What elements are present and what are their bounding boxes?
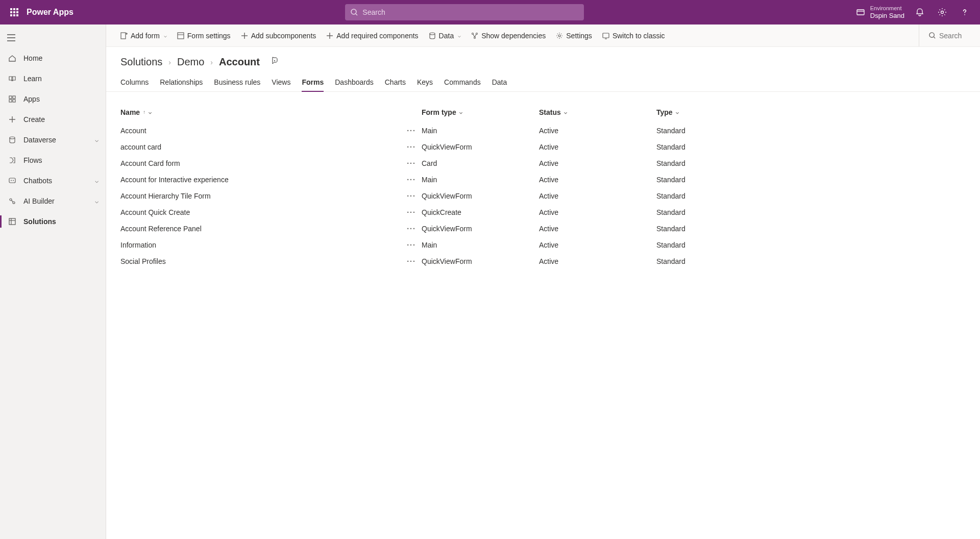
svg-line-1 [356,14,357,15]
tab-columns[interactable]: Columns [120,75,149,91]
tab-views[interactable]: Views [272,75,290,91]
row-actions-button[interactable]: ··· [401,159,422,167]
row-actions-button[interactable]: ··· [401,241,422,249]
tab-commands[interactable]: Commands [444,75,481,91]
column-header-name[interactable]: Name ↑ ⌵ [120,108,422,116]
classic-icon [602,32,609,39]
waffle-menu[interactable] [4,0,24,24]
settings-button[interactable] [931,0,953,24]
cell-type: Standard [656,192,966,200]
table-row[interactable]: Information···MainActiveStandard [120,237,966,253]
show-dependencies-button[interactable]: Show dependencies [467,28,550,44]
add-form-button[interactable]: Add form ⌵ [116,28,171,44]
chevron-down-icon: ⌵ [95,136,99,143]
table-row[interactable]: Account Quick Create···QuickCreateActive… [120,204,966,220]
breadcrumb-demo[interactable]: Demo [177,56,204,68]
svg-line-20 [12,201,13,202]
table-row[interactable]: Account Reference Panel···QuickViewFormA… [120,220,966,237]
sort-up-icon: ↑ [143,109,145,115]
row-actions-button[interactable]: ··· [401,225,422,233]
sidebar-item-solutions[interactable]: Solutions [0,211,106,232]
row-actions-button[interactable]: ··· [401,192,422,200]
table-row[interactable]: Account···MainActiveStandard [120,122,966,139]
data-button[interactable]: Data ⌵ [425,28,465,44]
search-container [74,4,856,20]
tab-relationships[interactable]: Relationships [160,75,203,91]
column-label: Name [120,108,140,116]
svg-point-33 [430,33,435,35]
table-row[interactable]: Account Hierarchy Tile Form···QuickViewF… [120,188,966,204]
column-label: Type [656,108,673,116]
column-header-type[interactable]: Type ⌵ [656,108,966,116]
svg-point-16 [11,180,12,181]
svg-point-37 [558,35,560,37]
row-actions-button[interactable]: ··· [401,257,422,265]
row-actions-button[interactable]: ··· [401,208,422,216]
cell-formtype: Card [422,159,539,167]
sidebar-item-chatbots[interactable]: Chatbots ⌵ [0,170,106,191]
table-row[interactable]: Account for Interactive experience···Mai… [120,172,966,188]
sidebar-item-learn[interactable]: Learn [0,68,106,89]
tab-dashboards[interactable]: Dashboards [335,75,374,91]
tab-keys[interactable]: Keys [417,75,433,91]
switch-classic-button[interactable]: Switch to classic [598,28,669,44]
search-icon [928,32,936,39]
cell-formtype: Main [422,241,539,249]
svg-rect-8 [9,96,12,99]
environment-picker[interactable]: Environment Dspin Sand [856,5,904,20]
column-header-formtype[interactable]: Form type ⌵ [422,108,539,116]
table-row[interactable]: account card···QuickViewFormActiveStanda… [120,139,966,155]
row-actions-button[interactable]: ··· [401,143,422,151]
sidebar-item-flows[interactable]: Flows [0,150,106,170]
sidebar-toggle[interactable] [0,28,106,48]
column-label: Form type [422,108,456,116]
tab-data[interactable]: Data [492,75,507,91]
apps-icon [7,95,17,103]
svg-rect-11 [13,100,15,102]
home-icon [7,54,17,62]
command-search[interactable] [919,24,970,46]
help-button[interactable] [953,0,976,24]
column-header-status[interactable]: Status ⌵ [539,108,656,116]
app-title: Power Apps [27,8,74,17]
cmd-label: Settings [566,32,592,40]
sidebar-item-apps[interactable]: Apps [0,89,106,109]
chevron-down-icon: ⌵ [564,109,567,115]
sidebar-item-aibuilder[interactable]: AI Builder ⌵ [0,191,106,211]
cell-type: Standard [656,143,966,151]
entity-tabs: ColumnsRelationshipsBusiness rulesViewsF… [106,71,980,92]
tab-charts[interactable]: Charts [385,75,406,91]
sidebar-item-dataverse[interactable]: Dataverse ⌵ [0,130,106,150]
cell-status: Active [539,225,656,233]
cell-status: Active [539,257,656,265]
search-input[interactable] [362,8,579,16]
cmd-label: Add required components [336,32,418,40]
settings-cmd-button[interactable]: Settings [552,28,596,44]
sidebar-item-create[interactable]: Create [0,109,106,130]
env-name: Dspin Sand [870,12,904,20]
table-row[interactable]: Account Card form···CardActiveStandard [120,155,966,172]
row-actions-button[interactable]: ··· [401,127,422,135]
add-required-button[interactable]: Add required components [322,28,422,44]
command-search-input[interactable] [939,32,970,40]
form-settings-button[interactable]: Form settings [173,28,235,44]
svg-point-17 [13,180,14,181]
cell-formtype: QuickCreate [422,208,539,216]
cell-status: Active [539,159,656,167]
flows-icon [7,156,17,164]
breadcrumb-solutions[interactable]: Solutions [120,56,162,68]
add-subcomponents-button[interactable]: Add subcomponents [237,28,321,44]
plus-icon [326,32,333,39]
table-row[interactable]: Social Profiles···QuickViewFormActiveSta… [120,253,966,270]
notifications-button[interactable] [909,0,931,24]
svg-point-40 [929,33,934,37]
cell-status: Active [539,143,656,151]
row-actions-button[interactable]: ··· [401,176,422,184]
sidebar-item-home[interactable]: Home [0,48,106,68]
tab-business-rules[interactable]: Business rules [214,75,260,91]
cell-type: Standard [656,257,966,265]
cmd-label: Data [439,32,454,40]
global-search[interactable] [345,4,584,20]
main-content: Add form ⌵ Form settings Add subcomponen… [106,24,980,539]
tab-forms[interactable]: Forms [302,75,324,91]
